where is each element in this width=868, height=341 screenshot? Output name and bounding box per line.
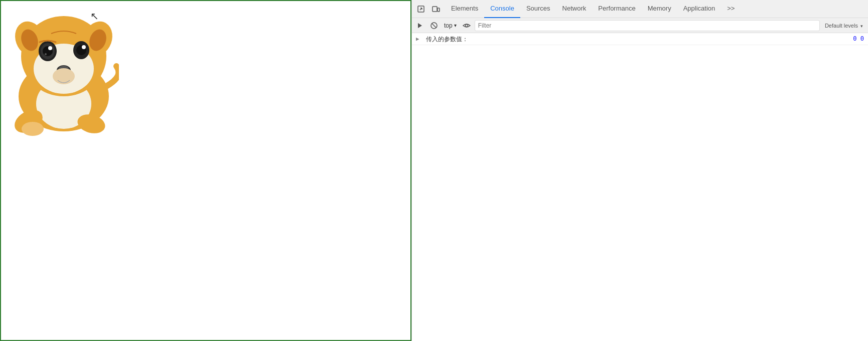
tab-memory[interactable]: Memory: [642, 0, 677, 18]
default-levels-label: Default levels: [825, 23, 858, 29]
default-levels-button[interactable]: Default levels ▾: [822, 23, 866, 29]
svg-point-20: [22, 122, 44, 136]
inspect-element-button[interactable]: [414, 2, 428, 16]
doge-image: [9, 6, 119, 136]
tab-more[interactable]: >>: [721, 0, 741, 18]
svg-line-27: [432, 24, 436, 28]
console-log-text: 传入的参数值：: [426, 35, 851, 44]
expand-arrow-icon[interactable]: ▶: [416, 36, 419, 42]
tab-console[interactable]: Console: [484, 0, 520, 18]
devtools-panel: Elements Console Sources Network Perform…: [411, 0, 868, 341]
svg-point-15: [82, 45, 86, 49]
svg-point-28: [465, 24, 468, 27]
dropdown-arrow-icon: ▾: [454, 23, 457, 28]
console-log-entry: ▶ 传入的参数值： 0 0: [412, 34, 868, 45]
svg-rect-23: [432, 7, 437, 12]
tab-application[interactable]: Application: [677, 0, 721, 18]
devtools-tab-bar: Elements Console Sources Network Perform…: [412, 0, 868, 18]
svg-marker-25: [418, 23, 422, 28]
svg-point-11: [48, 46, 52, 50]
default-levels-arrow-icon: ▾: [860, 24, 863, 29]
live-expressions-button[interactable]: [461, 20, 473, 32]
console-output-area: ▶ 传入的参数值： 0 0: [412, 33, 868, 341]
tab-network[interactable]: Network: [556, 0, 593, 18]
console-toolbar: top ▾ Default levels ▾: [412, 18, 868, 33]
console-log-numbers: 0 0: [853, 35, 864, 42]
console-filter-input[interactable]: [475, 20, 820, 31]
svg-point-18: [53, 68, 75, 84]
webpage-panel: ↖: [0, 0, 411, 341]
device-toggle-button[interactable]: [429, 2, 443, 16]
svg-rect-24: [438, 8, 440, 12]
devtools-tabs: Elements Console Sources Network Perform…: [445, 0, 866, 18]
tab-elements[interactable]: Elements: [445, 0, 484, 18]
devtools-left-icons: [414, 2, 445, 16]
svg-point-12: [45, 53, 47, 55]
context-label: top: [444, 22, 453, 29]
tab-sources[interactable]: Sources: [520, 0, 556, 18]
clear-console-button[interactable]: [428, 20, 440, 32]
run-script-button[interactable]: [414, 20, 426, 32]
tab-performance[interactable]: Performance: [592, 0, 641, 18]
context-selector[interactable]: top ▾: [442, 21, 459, 30]
